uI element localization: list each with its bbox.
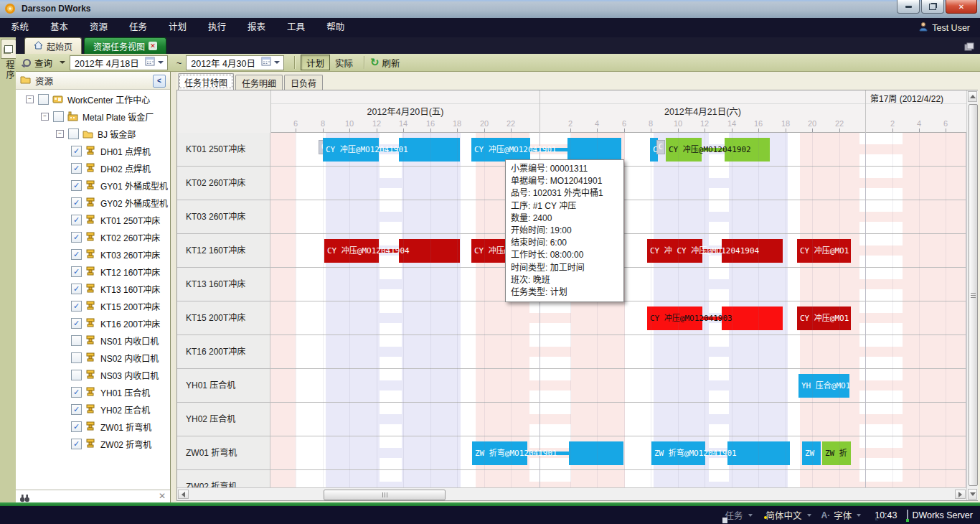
menu-item-6[interactable]: 执行 bbox=[197, 18, 237, 37]
menu-item-9[interactable]: 帮助 bbox=[316, 18, 355, 37]
tree-item-label[interactable]: GY02 外桶成型机 bbox=[100, 197, 168, 209]
date-to-value[interactable]: 2012年 4月30日 bbox=[191, 56, 255, 70]
tree-checkbox[interactable] bbox=[71, 352, 82, 363]
query-dropdown-arrow-icon[interactable] bbox=[60, 61, 65, 64]
dropdown-arrow-icon[interactable] bbox=[807, 514, 811, 517]
actual-toggle-button[interactable]: 实际 bbox=[330, 55, 358, 70]
tree-checkbox[interactable]: ✓ bbox=[71, 232, 82, 243]
tree-item-label[interactable]: GY01 外桶成型机 bbox=[100, 179, 168, 192]
tree-checkbox[interactable] bbox=[38, 94, 49, 105]
tree-item-ZW02[interactable]: ✓ZW02 折弯机 bbox=[16, 435, 170, 452]
dropdown-arrow-icon[interactable] bbox=[748, 514, 753, 517]
refresh-button[interactable]: 刷新 bbox=[382, 56, 400, 70]
menu-item-5[interactable]: 计划 bbox=[158, 18, 197, 37]
tree-item-WorkCenter[interactable]: −WorkCenter 工作中心 bbox=[16, 90, 170, 108]
tree-item-label[interactable]: KT02 260T冲床 bbox=[100, 231, 160, 243]
horizontal-scrollbar[interactable] bbox=[177, 487, 966, 500]
tree-item-label[interactable]: ZW01 折弯机 bbox=[100, 421, 151, 433]
task-bar[interactable]: ZW 折弯@MO12041901 bbox=[651, 441, 790, 465]
tree-item-label[interactable]: DH02 点焊机 bbox=[100, 162, 151, 174]
task-bar[interactable]: CY 冲压@MO1 bbox=[797, 307, 851, 330]
clear-find-icon[interactable]: ✕ bbox=[159, 491, 166, 501]
task-bar[interactable]: YH 压合@MO1 bbox=[798, 374, 849, 398]
tree-checkbox[interactable]: ✓ bbox=[71, 301, 82, 312]
tree-checkbox[interactable]: ✓ bbox=[71, 180, 82, 191]
tree-item-YH02[interactable]: ✓YH02 压合机 bbox=[16, 401, 170, 418]
menu-item-7[interactable]: 报表 bbox=[237, 18, 276, 37]
tree-checkbox[interactable]: ✓ bbox=[71, 249, 82, 260]
close-tab-icon[interactable]: ✕ bbox=[149, 42, 157, 50]
tree-checkbox[interactable]: ✓ bbox=[71, 284, 82, 294]
tree-checkbox[interactable]: ✓ bbox=[71, 163, 82, 174]
tree-item-DH02[interactable]: ✓DH02 点焊机 bbox=[16, 159, 170, 177]
doc-tab-active[interactable]: 资源任务视图✕ bbox=[84, 37, 166, 54]
calendar-icon[interactable] bbox=[145, 57, 155, 68]
tree-find-bar[interactable]: ✕ bbox=[16, 490, 170, 503]
tree-item-Metal[interactable]: −Metal Plate 钣金厂 bbox=[16, 108, 170, 125]
task-bar[interactable]: CY 冲压@MO12041901 bbox=[471, 138, 621, 162]
task-bar[interactable]: CY 冲压@MO12041901 bbox=[323, 138, 460, 162]
tree-checkbox[interactable]: ✓ bbox=[71, 387, 82, 398]
calendar-icon[interactable] bbox=[261, 57, 271, 68]
task-bar[interactable]: CY 冲压@MO12041902 bbox=[666, 138, 770, 162]
tree-item-label[interactable]: ZW02 折弯机 bbox=[100, 438, 151, 450]
tree-item-label[interactable]: KT01 250T冲床 bbox=[100, 214, 160, 226]
query-button[interactable]: 查询 bbox=[34, 56, 52, 70]
gantt-tab-任务甘特图[interactable]: 任务甘特图 bbox=[178, 73, 234, 90]
task-bar[interactable]: CY 冲压@MO12041904 bbox=[324, 239, 460, 263]
status-item-简体中文[interactable]: 简体中文 bbox=[763, 508, 811, 522]
task-bar[interactable]: CY 冲压@MO12041903 bbox=[647, 307, 783, 330]
tree-item-NS01[interactable]: NS01 内收口机 bbox=[16, 332, 170, 349]
tree-item-KT03[interactable]: ✓KT03 260T冲床 bbox=[16, 245, 170, 263]
status-item-任务[interactable]: 任务 bbox=[721, 508, 752, 522]
date-to-picker[interactable]: 2012年 4月30日 bbox=[186, 55, 284, 70]
tree-item-label[interactable]: KT03 260T冲床 bbox=[100, 248, 160, 261]
tree-item-label[interactable]: NS01 内收口机 bbox=[100, 334, 159, 347]
horizontal-scroll-thumb[interactable] bbox=[324, 490, 446, 500]
date-to-dropdown-icon[interactable] bbox=[274, 61, 280, 64]
restore-button[interactable] bbox=[921, 0, 944, 14]
tree-checkbox[interactable]: ✓ bbox=[71, 215, 82, 225]
status-item-DWorks Server[interactable]: DWorks Server bbox=[907, 510, 973, 520]
tree-checkbox[interactable] bbox=[68, 128, 79, 139]
tree-item-label[interactable]: BJ 钣金部 bbox=[98, 128, 136, 140]
menu-item-4[interactable]: 任务 bbox=[118, 18, 158, 37]
tree-item-label[interactable]: KT16 200T冲床 bbox=[100, 317, 160, 329]
tree-checkbox[interactable] bbox=[53, 111, 64, 122]
tree-expander-icon[interactable]: − bbox=[56, 130, 64, 138]
task-bar[interactable]: ZW 折 bbox=[822, 441, 851, 465]
constraint-chip[interactable]: C bbox=[656, 140, 665, 154]
date-from-value[interactable]: 2012年 4月18日 bbox=[75, 56, 139, 70]
gantt-tab-日负荷[interactable]: 日负荷 bbox=[284, 75, 323, 90]
tree-checkbox[interactable] bbox=[71, 370, 82, 380]
tree-item-GY01[interactable]: ✓GY01 外桶成型机 bbox=[16, 177, 170, 194]
tree-checkbox[interactable]: ✓ bbox=[71, 266, 82, 277]
tree-checkbox[interactable] bbox=[71, 335, 82, 346]
tree-item-label[interactable]: KT13 160T冲床 bbox=[100, 283, 160, 295]
date-from-dropdown-icon[interactable] bbox=[158, 61, 164, 64]
tree-item-KT16[interactable]: ✓KT16 200T冲床 bbox=[16, 314, 170, 332]
tree-item-label[interactable]: NS03 内收口机 bbox=[100, 369, 159, 381]
menu-item-2[interactable]: 基本 bbox=[39, 18, 79, 37]
tree-item-KT02[interactable]: ✓KT02 260T冲床 bbox=[16, 228, 170, 245]
tree-item-KT15[interactable]: ✓KT15 200T冲床 bbox=[16, 297, 170, 314]
status-item-字体[interactable]: A·字体 bbox=[821, 508, 862, 522]
tree-checkbox[interactable]: ✓ bbox=[71, 318, 82, 329]
collapse-panel-button[interactable]: < bbox=[153, 75, 166, 88]
vertical-scrollbar[interactable] bbox=[966, 90, 978, 500]
menu-item-8[interactable]: 工具 bbox=[276, 18, 316, 37]
task-bar-segment[interactable] bbox=[569, 441, 623, 465]
tree-item-label[interactable]: KT12 160T冲床 bbox=[100, 266, 160, 278]
doc-tab-start[interactable]: 起始页 bbox=[24, 37, 82, 54]
tree-checkbox[interactable]: ✓ bbox=[71, 197, 82, 208]
tree-checkbox[interactable]: ✓ bbox=[71, 146, 82, 156]
program-panel-label[interactable]: 程序 bbox=[0, 60, 16, 80]
tree-item-KT13[interactable]: ✓KT13 160T冲床 bbox=[16, 280, 170, 297]
plan-toggle-button[interactable]: 计划 bbox=[301, 55, 330, 70]
status-item-10:43[interactable]: 10:43 bbox=[871, 510, 897, 520]
tree-item-label[interactable]: KT15 200T冲床 bbox=[100, 300, 160, 312]
tab-list-icon[interactable] bbox=[964, 41, 974, 54]
tree-item-YH01[interactable]: ✓YH01 压合机 bbox=[16, 383, 170, 401]
tree-checkbox[interactable]: ✓ bbox=[71, 404, 82, 415]
tree-item-KT12[interactable]: ✓KT12 160T冲床 bbox=[16, 263, 170, 280]
